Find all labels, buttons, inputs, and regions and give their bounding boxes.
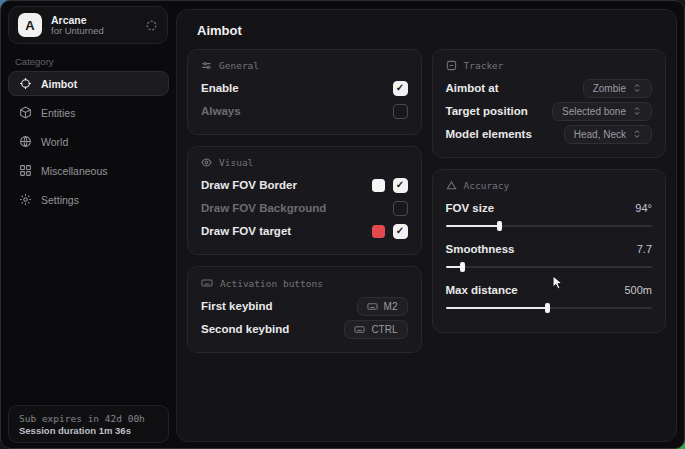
fov-background-checkbox[interactable]	[393, 201, 408, 216]
section-title: Accuracy	[464, 180, 510, 191]
page-title: Aimbot	[197, 23, 666, 38]
subscription-status-card: Sub expires in 42d 00h Session duration …	[8, 405, 169, 443]
model-elements-dropdown[interactable]: Head, Neck	[564, 125, 652, 144]
keybind-value: CTRL	[371, 324, 397, 335]
sidebar-item-world[interactable]: World	[8, 129, 169, 154]
color-swatch-red[interactable]	[372, 225, 385, 238]
setting-label: Second keybind	[201, 323, 289, 335]
setting-label: Always	[201, 105, 241, 117]
keyboard-icon	[201, 277, 213, 289]
slider-fill	[446, 225, 500, 227]
sidebar-item-label: Miscellaneous	[41, 165, 108, 177]
setting-row-target-position: Target position Selected bone	[446, 100, 653, 122]
accuracy-card: Accuracy FOV size 94° Smoothness 7.7	[432, 169, 667, 333]
general-card: General Enable Always	[187, 49, 422, 135]
triangle-icon	[446, 180, 457, 191]
fov-size-value: 94°	[635, 202, 652, 214]
unfold-icon	[632, 83, 642, 93]
app-window: A Arcane for Unturned Category Aimbot	[0, 0, 685, 449]
dropdown-value: Head, Neck	[574, 129, 626, 140]
app-logo: A	[18, 13, 42, 37]
eye-icon	[201, 157, 212, 168]
setting-label: Smoothness	[446, 243, 515, 255]
setting-label: Draw FOV target	[201, 225, 291, 237]
enable-checkbox[interactable]	[393, 81, 408, 96]
section-title: Activation buttons	[220, 278, 323, 289]
setting-label: Draw FOV Background	[201, 202, 326, 214]
setting-row-model-elements: Model elements Head, Neck	[446, 123, 653, 145]
setting-label: First keybind	[201, 300, 273, 312]
first-keybind-button[interactable]: M2	[357, 297, 408, 316]
max-distance-slider[interactable]	[446, 303, 653, 313]
crosshair-icon	[19, 77, 32, 90]
sidebar: A Arcane for Unturned Category Aimbot	[1, 1, 176, 448]
sidebar-item-label: Entities	[41, 107, 75, 119]
main-panel: Aimbot General Enable Alw	[176, 9, 677, 442]
section-title: General	[219, 60, 259, 71]
slider-thumb[interactable]	[460, 262, 465, 272]
always-checkbox[interactable]	[393, 104, 408, 119]
setting-label: FOV size	[446, 202, 495, 214]
scan-icon	[446, 60, 457, 71]
sliders-icon	[201, 60, 212, 71]
fov-border-checkbox[interactable]	[393, 178, 408, 193]
cube-icon	[19, 106, 32, 119]
max-distance-value: 500m	[624, 284, 652, 296]
grid-icon	[19, 164, 32, 177]
app-subtitle: for Unturned	[51, 26, 136, 37]
sidebar-item-label: World	[41, 136, 68, 148]
keyboard-icon	[354, 324, 365, 335]
dropdown-value: Zombie	[593, 83, 626, 94]
setting-label: Model elements	[446, 128, 532, 140]
setting-row-second-keybind: Second keybind CTRL	[201, 318, 408, 340]
sidebar-item-settings[interactable]: Settings	[8, 187, 169, 212]
slider-track	[446, 266, 653, 268]
setting-row-first-keybind: First keybind M2	[201, 295, 408, 317]
sub-expiry-text: Sub expires in 42d 00h	[19, 413, 158, 424]
keyboard-icon	[367, 301, 378, 312]
section-title: Visual	[219, 157, 253, 168]
visual-card: Visual Draw FOV Border Draw FOV Backgrou…	[187, 146, 422, 255]
activation-card: Activation buttons First keybind M2 Seco…	[187, 266, 422, 353]
setting-label: Target position	[446, 105, 528, 117]
logo-card: A Arcane for Unturned	[8, 6, 168, 44]
globe-icon	[19, 135, 32, 148]
aimbot-at-dropdown[interactable]: Zombie	[583, 79, 652, 98]
second-keybind-button[interactable]: CTRL	[344, 320, 407, 339]
slider-thumb[interactable]	[497, 221, 502, 231]
section-title: Tracker	[464, 60, 504, 71]
dropdown-value: Selected bone	[562, 106, 626, 117]
category-label: Category	[15, 56, 54, 67]
setting-row-fov-target: Draw FOV target	[201, 220, 408, 242]
refresh-icon[interactable]	[145, 19, 158, 32]
setting-row-fov-background: Draw FOV Background	[201, 197, 408, 219]
sidebar-item-entities[interactable]: Entities	[8, 100, 169, 125]
keybind-value: M2	[384, 301, 398, 312]
fov-size-slider[interactable]	[446, 221, 653, 231]
gear-icon	[19, 193, 32, 206]
setting-label: Draw FOV Border	[201, 179, 297, 191]
app-title: Arcane	[51, 14, 136, 26]
sidebar-item-aimbot[interactable]: Aimbot	[8, 71, 169, 96]
smoothness-slider[interactable]	[446, 262, 653, 272]
setting-row-enable: Enable	[201, 77, 408, 99]
sidebar-item-miscellaneous[interactable]: Miscellaneous	[8, 158, 169, 183]
sidebar-nav: Aimbot Entities World Miscellaneous	[8, 71, 169, 212]
unfold-icon	[632, 129, 642, 139]
setting-row-always: Always	[201, 100, 408, 122]
smoothness-value: 7.7	[637, 243, 652, 255]
setting-row-max-distance: Max distance 500m	[446, 279, 653, 301]
setting-label: Max distance	[446, 284, 518, 296]
setting-row-aimbot-at: Aimbot at Zombie	[446, 77, 653, 99]
sidebar-item-label: Aimbot	[41, 78, 77, 90]
setting-row-smoothness: Smoothness 7.7	[446, 238, 653, 260]
unfold-icon	[632, 106, 642, 116]
fov-target-checkbox[interactable]	[393, 224, 408, 239]
setting-label: Aimbot at	[446, 82, 499, 94]
target-position-dropdown[interactable]: Selected bone	[552, 102, 652, 121]
session-duration-text: Session duration 1m 36s	[19, 425, 158, 436]
slider-fill	[446, 307, 547, 309]
setting-label: Enable	[201, 82, 239, 94]
color-swatch-white[interactable]	[372, 179, 385, 192]
slider-thumb[interactable]	[545, 303, 550, 313]
